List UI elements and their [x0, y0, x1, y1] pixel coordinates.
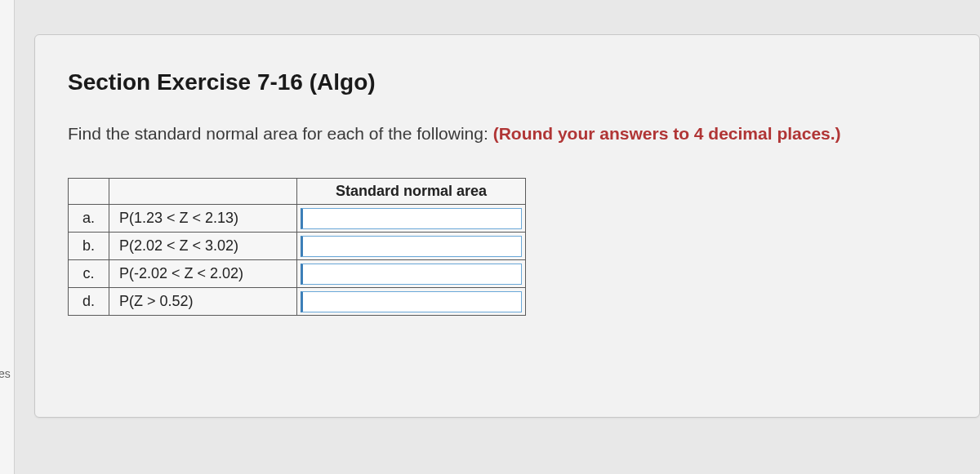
- answer-input-d[interactable]: [301, 291, 522, 312]
- question-prompt: Find the standard normal area for each o…: [68, 122, 947, 145]
- row-answer-cell: [297, 260, 526, 288]
- row-label: b.: [69, 233, 109, 260]
- question-card: Section Exercise 7-16 (Algo) Find the st…: [34, 34, 980, 418]
- table-row: a. P(1.23 < Z < 2.13): [69, 205, 526, 233]
- table-row: d. P(Z > 0.52): [69, 288, 526, 316]
- row-expression: P(1.23 < Z < 2.13): [109, 205, 297, 233]
- sidebar-fragment-text: es: [0, 367, 11, 380]
- prompt-text: Find the standard normal area for each o…: [68, 124, 493, 143]
- table-row: b. P(2.02 < Z < 3.02): [69, 233, 526, 260]
- header-answer: Standard normal area: [297, 179, 526, 205]
- prompt-instruction: (Round your answers to 4 decimal places.…: [493, 124, 841, 143]
- row-answer-cell: [297, 205, 526, 233]
- row-label: a.: [69, 205, 109, 233]
- row-answer-cell: [297, 233, 526, 260]
- row-expression: P(-2.02 < Z < 2.02): [109, 260, 297, 288]
- row-label: d.: [69, 288, 109, 316]
- answer-input-a[interactable]: [301, 208, 522, 229]
- answer-input-c[interactable]: [301, 264, 522, 285]
- section-title: Section Exercise 7-16 (Algo): [68, 69, 947, 95]
- table-header-row: Standard normal area: [69, 179, 526, 205]
- table-row: c. P(-2.02 < Z < 2.02): [69, 260, 526, 288]
- answer-table: Standard normal area a. P(1.23 < Z < 2.1…: [68, 178, 526, 316]
- header-blank-expr: [109, 179, 297, 205]
- row-label: c.: [69, 260, 109, 288]
- answer-input-b[interactable]: [301, 236, 522, 257]
- header-blank-label: [69, 179, 109, 205]
- row-expression: P(Z > 0.52): [109, 288, 297, 316]
- row-expression: P(2.02 < Z < 3.02): [109, 233, 297, 260]
- row-answer-cell: [297, 288, 526, 316]
- sidebar-fragment: es: [0, 0, 15, 474]
